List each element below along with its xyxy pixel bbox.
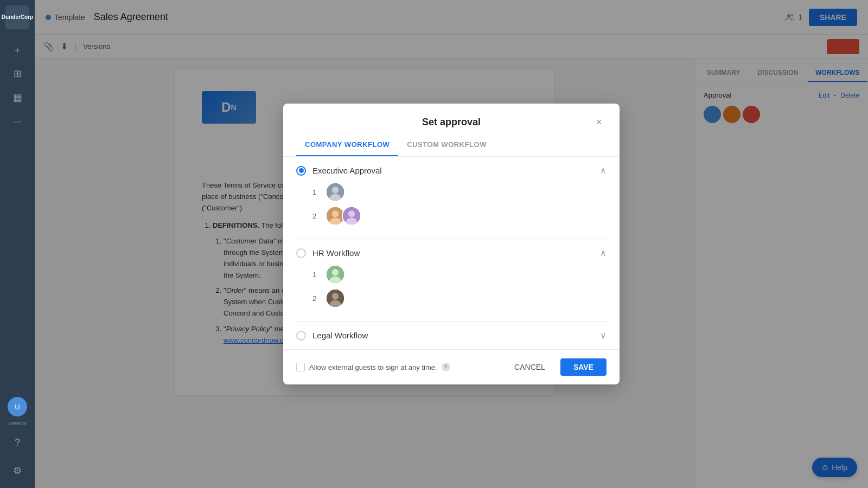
modal-close-button[interactable]: × <box>591 114 607 130</box>
tab-company-workflow[interactable]: COMPANY WORKFLOW <box>296 134 398 156</box>
tab-custom-workflow[interactable]: CUSTOM WORKFLOW <box>398 134 495 156</box>
external-guests-row: Allow external guests to sign at any tim… <box>296 363 450 371</box>
svg-point-6 <box>332 210 339 217</box>
chart-icon[interactable]: ▦ <box>8 88 27 107</box>
workflow-hr-name: HR Workflow <box>312 248 360 258</box>
hr-approver-1 <box>326 265 345 284</box>
workflow-item-executive: Executive Approval ∧ 1 <box>296 157 607 239</box>
set-approval-modal: Set approval × COMPANY WORKFLOW CUSTOM W… <box>283 104 620 384</box>
external-guests-checkbox[interactable] <box>296 363 305 371</box>
modal-body: Executive Approval ∧ 1 <box>283 157 620 349</box>
workflow-executive-name: Executive Approval <box>312 166 382 175</box>
step-1-avatars <box>326 182 342 202</box>
approver-2-2 <box>342 206 361 226</box>
workflow-legal-left: Legal Workflow <box>296 331 368 341</box>
company-logo: DunderCorp <box>5 5 29 29</box>
add-icon[interactable]: ＋ <box>8 40 27 60</box>
hr-step-2-avatars <box>326 288 342 308</box>
modal-title: Set approval <box>311 117 591 128</box>
modal-tabs: COMPANY WORKFLOW CUSTOM WORKFLOW <box>283 134 620 157</box>
modal-overlay[interactable]: Set approval × COMPANY WORKFLOW CUSTOM W… <box>35 0 868 488</box>
workflow-hr-left: HR Workflow <box>296 248 360 258</box>
chevron-hr-up[interactable]: ∧ <box>600 248 607 258</box>
approver-1-1 <box>326 182 345 202</box>
sidebar: DunderCorp ＋ ⊞ ▦ ··· U Unlimited ? ⚙ <box>0 0 35 488</box>
svg-point-3 <box>332 187 339 193</box>
workflow-executive-details: 1 2 <box>296 176 607 226</box>
modal-footer-buttons: CANCEL SAVE <box>506 358 607 376</box>
hr-approver-2 <box>326 288 345 308</box>
plan-badge: Unlimited <box>8 421 26 426</box>
modal-footer: Allow external guests to sign at any tim… <box>283 349 620 384</box>
svg-point-12 <box>332 269 339 275</box>
info-icon[interactable]: ? <box>442 363 450 371</box>
workflow-legal-header: Legal Workflow ∨ <box>296 330 607 341</box>
modal-header: Set approval × <box>283 104 620 130</box>
chevron-legal-down[interactable]: ∨ <box>600 330 607 341</box>
step-2-avatars <box>326 206 358 226</box>
workflow-legal-name: Legal Workflow <box>312 331 368 340</box>
workflow-hr-details: 1 2 <box>296 258 607 308</box>
save-button[interactable]: SAVE <box>560 358 607 376</box>
svg-point-9 <box>348 210 355 217</box>
step-num-2: 2 <box>312 212 321 220</box>
radio-legal[interactable] <box>296 331 306 341</box>
hr-step-1-avatars <box>326 265 342 284</box>
hr-step-num-2: 2 <box>312 294 321 303</box>
hr-approver-1-photo <box>327 265 344 284</box>
hr-step-2: 2 <box>312 288 607 308</box>
step-num-1: 1 <box>312 188 321 196</box>
workflow-executive-left: Executive Approval <box>296 166 382 176</box>
workflow-item-hr: HR Workflow ∧ 1 <box>296 239 607 322</box>
approver-step-2: 2 <box>312 206 607 226</box>
approver-step-1: 1 <box>312 182 607 202</box>
hr-step-num-1: 1 <box>312 271 321 279</box>
svg-point-15 <box>332 293 339 299</box>
radio-executive-inner <box>299 168 304 173</box>
hr-step-1: 1 <box>312 265 607 284</box>
cancel-button[interactable]: CANCEL <box>506 358 554 376</box>
workflow-executive-header: Executive Approval ∧ <box>296 165 607 176</box>
image-icon[interactable]: ⊞ <box>8 64 27 84</box>
radio-hr[interactable] <box>296 248 306 258</box>
chevron-executive-up[interactable]: ∧ <box>600 165 607 176</box>
workflow-hr-header: HR Workflow ∧ <box>296 248 607 258</box>
more-icon[interactable]: ··· <box>8 112 27 131</box>
workflow-item-legal: Legal Workflow ∨ <box>296 322 607 349</box>
question-icon[interactable]: ? <box>8 433 27 452</box>
approver-2-2-photo <box>343 206 360 226</box>
approver-1-1-photo <box>327 182 344 202</box>
external-guests-label: Allow external guests to sign at any tim… <box>309 363 437 371</box>
hr-approver-2-photo <box>327 288 344 308</box>
radio-executive[interactable] <box>296 166 306 176</box>
gear-icon[interactable]: ⚙ <box>8 461 27 480</box>
user-avatar[interactable]: U <box>8 397 27 416</box>
